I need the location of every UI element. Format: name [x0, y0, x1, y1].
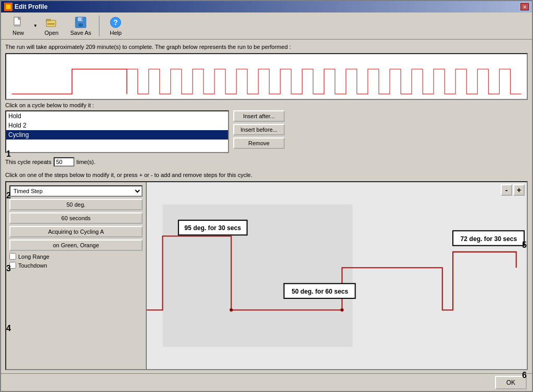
main-window: Edit Profile ✕ New ▼	[0, 0, 533, 392]
svg-rect-4	[14, 24, 20, 27]
degree-button[interactable]: 50 deg.	[9, 199, 143, 210]
svg-point-25	[340, 308, 344, 311]
acquiring-button[interactable]: Acquiring to Cycling A	[9, 226, 143, 237]
long-range-checkbox[interactable]	[9, 253, 16, 260]
cycle-section: Click on a cycle below to modify it : Ho…	[5, 102, 528, 153]
open-button[interactable]: Open	[39, 14, 65, 38]
svg-rect-6	[46, 19, 50, 21]
window-title: Edit Profile	[15, 3, 47, 10]
label-3: 3	[6, 264, 11, 273]
cycle-section-label: Click on a cycle below to modify it :	[5, 102, 528, 108]
long-range-row: Long Range	[9, 253, 143, 260]
save-as-label: Save As	[70, 30, 91, 36]
title-bar: Edit Profile ✕	[1, 1, 532, 12]
bottom-bar: OK	[1, 373, 532, 391]
svg-rect-11	[82, 18, 82, 20]
cycle-buttons: Insert after... Insert before... Remove	[233, 110, 285, 149]
help-button[interactable]: ? Help	[103, 14, 129, 38]
repeat-suffix: time(s).	[77, 159, 96, 165]
remove-button[interactable]: Remove	[233, 137, 285, 149]
new-label: New	[12, 30, 24, 36]
repeat-prefix: This cycle repeats	[5, 159, 52, 165]
help-icon: ?	[109, 16, 122, 29]
open-label: Open	[44, 30, 58, 36]
cycle-item-hold[interactable]: Hold	[6, 111, 228, 121]
seconds-button[interactable]: 60 seconds	[9, 212, 143, 224]
step-controls-top-right: - +	[501, 184, 525, 196]
save-as-icon	[74, 16, 87, 29]
graph-area	[5, 53, 528, 100]
main-content: The run will take approximately 209 minu…	[1, 40, 532, 373]
plus-step-button[interactable]: +	[513, 184, 525, 196]
new-button[interactable]: New	[5, 14, 31, 38]
svg-rect-10	[79, 23, 83, 27]
svg-text:?: ?	[113, 18, 118, 27]
on-button[interactable]: on Green, Orange	[9, 239, 143, 251]
repeat-row: This cycle repeats time(s).	[5, 157, 528, 167]
toolbar: New ▼ Open Save As	[1, 12, 532, 40]
cycle-item-cycling[interactable]: Cycling	[6, 130, 228, 140]
step-type-row: Timed Step	[9, 185, 143, 197]
save-as-button[interactable]: Save As	[66, 14, 96, 38]
svg-point-24	[230, 308, 233, 311]
step-graph: - + 95 deg. for 30 secs	[147, 182, 527, 369]
svg-text:50 deg. for 60 secs: 50 deg. for 60 secs	[291, 288, 348, 295]
insert-after-button[interactable]: Insert after...	[233, 110, 285, 122]
step-instruction: Click on one of the steps below to modif…	[5, 172, 528, 178]
label-5: 5	[522, 241, 527, 250]
open-icon	[45, 16, 58, 29]
svg-rect-1	[6, 5, 10, 9]
svg-text:72 deg. for 30 secs: 72 deg. for 30 secs	[461, 235, 517, 243]
minus-step-button[interactable]: -	[501, 184, 512, 196]
help-label: Help	[110, 30, 122, 36]
label-1: 1	[6, 149, 11, 159]
touchdown-row: Touchdown	[9, 262, 143, 269]
touchdown-label: Touchdown	[18, 262, 47, 269]
step-controls: Timed Step 50 deg. 60 seconds Acquiring …	[6, 182, 147, 369]
step-type-select[interactable]: Timed Step	[9, 185, 143, 197]
svg-rect-14	[6, 54, 527, 99]
label-6: 6	[522, 371, 527, 380]
new-dropdown-arrow[interactable]: ▼	[33, 23, 37, 28]
cycle-item-hold2[interactable]: Hold 2	[6, 121, 228, 130]
cycle-list-container: Hold Hold 2 Cycling Insert after... Inse…	[5, 110, 528, 153]
svg-rect-7	[47, 23, 55, 24]
repeat-input[interactable]	[54, 157, 74, 167]
insert-before-button[interactable]: Insert before...	[233, 124, 285, 135]
label-4: 4	[6, 324, 11, 333]
svg-text:95 deg. for 30 secs: 95 deg. for 30 secs	[184, 224, 241, 232]
new-icon	[12, 16, 24, 29]
long-range-label: Long Range	[18, 254, 49, 260]
toolbar-separator	[99, 16, 99, 36]
close-button[interactable]: ✕	[521, 3, 529, 10]
label-2: 2	[6, 191, 11, 200]
step-section: Timed Step 50 deg. 60 seconds Acquiring …	[5, 181, 528, 370]
run-info-text: The run will take approximately 209 minu…	[5, 43, 528, 51]
cycle-list[interactable]: Hold Hold 2 Cycling	[5, 110, 229, 153]
window-icon	[4, 3, 12, 11]
